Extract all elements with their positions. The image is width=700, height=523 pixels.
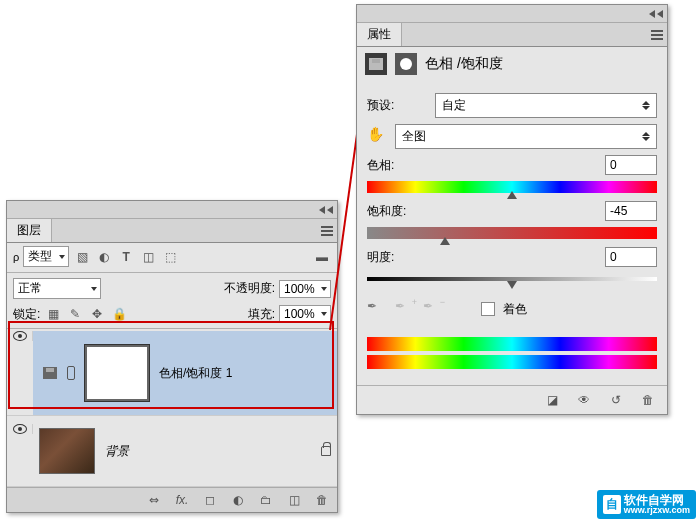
properties-panel: 属性 色相 /饱和度 预设: 自定 全图 色相: xyxy=(356,4,668,415)
preset-row: 预设: 自定 xyxy=(367,93,657,118)
hue-range-bar-top xyxy=(367,337,657,351)
hue-slider[interactable] xyxy=(367,181,657,193)
opacity-label: 不透明度: xyxy=(224,280,275,297)
range-row: 全图 xyxy=(367,124,657,149)
trash-icon[interactable]: 🗑 xyxy=(639,392,657,408)
lock-icon xyxy=(321,446,331,456)
slider-thumb[interactable] xyxy=(507,191,517,199)
preset-label: 预设: xyxy=(367,97,427,114)
filter-smart-icon[interactable]: ⬚ xyxy=(161,249,179,265)
trash-icon[interactable]: 🗑 xyxy=(313,492,331,508)
collapse-left-icon[interactable] xyxy=(649,10,655,18)
filter-type-icon[interactable]: T xyxy=(117,249,135,265)
adjustment-type-icon[interactable] xyxy=(365,53,387,75)
lock-paint-icon[interactable]: ✎ xyxy=(66,306,84,322)
saturation-input[interactable] xyxy=(605,201,657,221)
lock-label: 锁定: xyxy=(13,306,40,323)
filter-toggle-icon[interactable]: ▬ xyxy=(313,249,331,265)
filter-shape-icon[interactable]: ◫ xyxy=(139,249,157,265)
blend-opacity-row: 正常 不透明度: 100% xyxy=(7,275,337,302)
hue-row: 色相: xyxy=(367,155,657,175)
tab-properties[interactable]: 属性 xyxy=(357,23,402,46)
layers-footer: ⇔ fx. ◻ ◐ 🗀 ◫ 🗑 xyxy=(7,487,337,512)
panel-header xyxy=(357,5,667,23)
saturation-label: 饱和度: xyxy=(367,203,427,220)
filter-type-select[interactable]: 类型 xyxy=(23,246,69,267)
fx-icon[interactable]: fx. xyxy=(173,492,191,508)
targeted-adjust-icon[interactable] xyxy=(367,128,387,146)
eyedropper-minus-icon[interactable]: ✒− xyxy=(423,299,443,319)
eyedropper-icon[interactable]: ✒ xyxy=(367,299,387,319)
mask-icon[interactable]: ◻ xyxy=(201,492,219,508)
hue-label: 色相: xyxy=(367,157,427,174)
annotation-highlight-box xyxy=(8,321,334,409)
saturation-row: 饱和度: xyxy=(367,201,657,221)
view-previous-icon[interactable]: 👁 xyxy=(575,392,593,408)
properties-header: 色相 /饱和度 xyxy=(357,47,667,81)
lock-transparent-icon[interactable]: ▦ xyxy=(44,306,62,322)
visibility-eye-icon[interactable] xyxy=(13,424,27,434)
group-icon[interactable]: 🗀 xyxy=(257,492,275,508)
colorize-label: 着色 xyxy=(503,301,527,318)
opacity-input[interactable]: 100% xyxy=(279,280,331,298)
lock-position-icon[interactable]: ✥ xyxy=(88,306,106,322)
panel-menu-icon[interactable] xyxy=(321,226,333,236)
eyedropper-plus-icon[interactable]: ✒+ xyxy=(395,299,415,319)
adjustment-icon[interactable]: ◐ xyxy=(229,492,247,508)
panel-header xyxy=(7,201,337,219)
properties-footer: ◪ 👁 ↺ 🗑 xyxy=(357,385,667,414)
layer-row-background[interactable]: 背景 xyxy=(7,416,337,487)
layer-name[interactable]: 背景 xyxy=(105,443,129,460)
hue-input[interactable] xyxy=(605,155,657,175)
lightness-row: 明度: xyxy=(367,247,657,267)
slider-thumb[interactable] xyxy=(507,281,517,289)
fill-label: 填充: xyxy=(248,306,275,323)
blend-mode-select[interactable]: 正常 xyxy=(13,278,101,299)
collapse-left-icon-2[interactable] xyxy=(327,206,333,214)
saturation-slider[interactable] xyxy=(367,227,657,239)
tab-layers[interactable]: 图层 xyxy=(7,219,52,242)
lightness-label: 明度: xyxy=(367,249,427,266)
hue-range-bar-bottom xyxy=(367,355,657,369)
watermark: 自 软件自学网 www.rjzxw.com xyxy=(597,490,696,519)
preset-select[interactable]: 自定 xyxy=(435,93,657,118)
color-range-select[interactable]: 全图 xyxy=(395,124,657,149)
layer-filter-row: ρ 类型 ▧ ◐ T ◫ ⬚ ▬ xyxy=(7,243,337,270)
tab-row: 图层 xyxy=(7,219,337,243)
link-layers-icon[interactable]: ⇔ xyxy=(145,492,163,508)
properties-title: 色相 /饱和度 xyxy=(425,55,503,73)
watermark-url: www.rjzxw.com xyxy=(624,506,690,515)
collapse-left-icon-2[interactable] xyxy=(657,10,663,18)
panel-menu-icon[interactable] xyxy=(651,30,663,40)
slider-thumb[interactable] xyxy=(440,237,450,245)
new-layer-icon[interactable]: ◫ xyxy=(285,492,303,508)
filter-image-icon[interactable]: ▧ xyxy=(73,249,91,265)
layer-thumbnail[interactable] xyxy=(39,428,95,474)
tab-row: 属性 xyxy=(357,23,667,47)
mask-mode-icon[interactable] xyxy=(395,53,417,75)
colorize-checkbox[interactable] xyxy=(481,302,495,316)
reset-icon[interactable]: ↺ xyxy=(607,392,625,408)
eyedropper-row: ✒ ✒+ ✒− 着色 xyxy=(367,299,657,319)
clip-to-layer-icon[interactable]: ◪ xyxy=(543,392,561,408)
collapse-left-icon[interactable] xyxy=(319,206,325,214)
filter-adjust-icon[interactable]: ◐ xyxy=(95,249,113,265)
lightness-slider[interactable] xyxy=(367,273,657,285)
lock-all-icon[interactable]: 🔒 xyxy=(110,306,128,322)
lightness-input[interactable] xyxy=(605,247,657,267)
